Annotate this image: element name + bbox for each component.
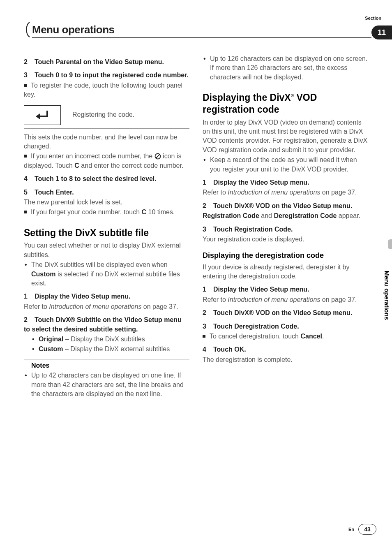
page-number: 43 xyxy=(364,526,371,533)
body-text: To cancel deregistration, touch Cancel. xyxy=(203,332,368,341)
language-label: En xyxy=(348,527,354,532)
step-heading: 5Touch Enter. xyxy=(24,188,189,197)
list-item: Up to 42 characters can be displayed on … xyxy=(31,371,189,398)
enter-key-icon xyxy=(24,105,61,125)
side-tab: Menu operations xyxy=(381,250,392,341)
side-tab-label: Menu operations xyxy=(383,271,390,320)
open-paren-decor xyxy=(24,21,31,38)
step-heading: 4Touch OK. xyxy=(203,345,368,354)
page-title: Menu operations xyxy=(32,23,115,36)
body-text: This sets the code number, and the level… xyxy=(24,133,189,151)
step-heading: 1Display the Video Setup menu. xyxy=(203,178,368,187)
body-text: If you forget your code number, touch C … xyxy=(24,208,189,217)
list-item: Custom – Display the DivX external subti… xyxy=(39,345,189,354)
touch-key-row: Registering the code. xyxy=(24,105,189,129)
body-text: The deregistration is complete. xyxy=(203,355,368,364)
svg-line-1 xyxy=(156,155,159,158)
step-heading: 3Touch 0 to 9 to input the registered co… xyxy=(24,71,189,80)
section-number-badge: 11 xyxy=(371,25,392,39)
body-text: Refer to Introduction of menu operations… xyxy=(24,302,189,311)
subsection-heading: Displaying the deregistration code xyxy=(203,250,368,261)
section-label: Section xyxy=(365,16,381,21)
page-header: Section Menu operations 11 xyxy=(24,16,392,39)
step-heading: 3Touch Registration Code. xyxy=(203,225,368,234)
list-item: Keep a record of the code as you will ne… xyxy=(210,155,368,174)
list-item: The DivX subtitles will be displayed eve… xyxy=(31,260,189,288)
notes-heading: Notes xyxy=(24,359,189,370)
body-text: The new parental lock level is set. xyxy=(24,198,189,207)
key-caption: Registering the code. xyxy=(72,110,134,119)
page-number-badge: 43 xyxy=(358,524,376,535)
step-heading: 2Touch DivX® Subtitle on the Video Setup… xyxy=(24,315,189,334)
step-heading: 2Touch DivX® VOD on the Video Setup menu… xyxy=(203,202,368,211)
body-text: You can select whether or not to display… xyxy=(24,241,189,259)
list-item: Original – Display the DivX subtitles xyxy=(39,335,189,344)
step-heading: 1Display the Video Setup menu. xyxy=(24,292,189,301)
step-heading: 2Touch DivX® VOD on the Video Setup menu… xyxy=(203,308,368,317)
body-text: Refer to Introduction of menu operations… xyxy=(203,295,368,304)
body-content: 2Touch Parental on the Video Setup menu.… xyxy=(24,53,368,401)
section-heading: Setting the DivX subtitle file xyxy=(24,227,189,239)
body-text: To register the code, touch the followin… xyxy=(24,81,189,100)
body-text: If you enter an incorrect code number, t… xyxy=(24,152,189,170)
step-heading: 4Touch 1 to 8 to select the desired leve… xyxy=(24,174,189,183)
section-heading: Displaying the DivX® VOD registration co… xyxy=(203,92,368,116)
body-text: Your registration code is displayed. xyxy=(203,235,368,244)
prohibited-icon xyxy=(154,153,161,160)
body-text: In order to play DivX VOD (video on dema… xyxy=(203,118,368,155)
page-footer: En 43 xyxy=(348,524,376,535)
section-number: 11 xyxy=(378,28,386,37)
step-heading: 3Touch Deregistration Code. xyxy=(203,322,368,331)
body-text: Registration Code and Deregistration Cod… xyxy=(203,211,368,220)
list-item: Up to 126 characters can be displayed on… xyxy=(210,54,368,82)
side-tab-decor xyxy=(388,239,392,249)
step-heading: 2Touch Parental on the Video Setup menu. xyxy=(24,58,189,67)
body-text: If your device is already registered, de… xyxy=(203,263,368,281)
body-text: Refer to Introduction of menu operations… xyxy=(203,188,368,197)
step-heading: 1Display the Video Setup menu. xyxy=(203,285,368,294)
